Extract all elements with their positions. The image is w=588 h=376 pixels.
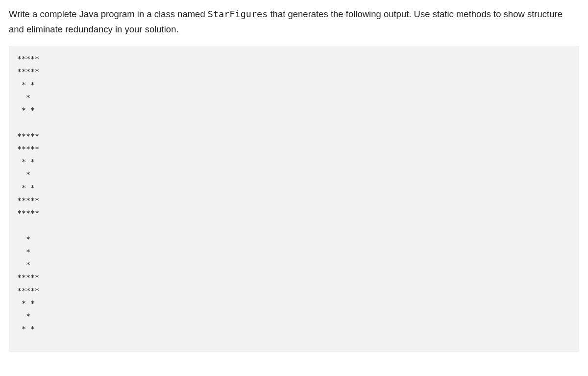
prompt-text-pre: Write a complete Java program in a class… xyxy=(9,9,208,19)
problem-prompt: Write a complete Java program in a class… xyxy=(9,7,579,37)
expected-output: ***** ***** * * * * * ***** ***** * * * … xyxy=(9,47,579,351)
class-name: StarFigures xyxy=(208,9,268,19)
